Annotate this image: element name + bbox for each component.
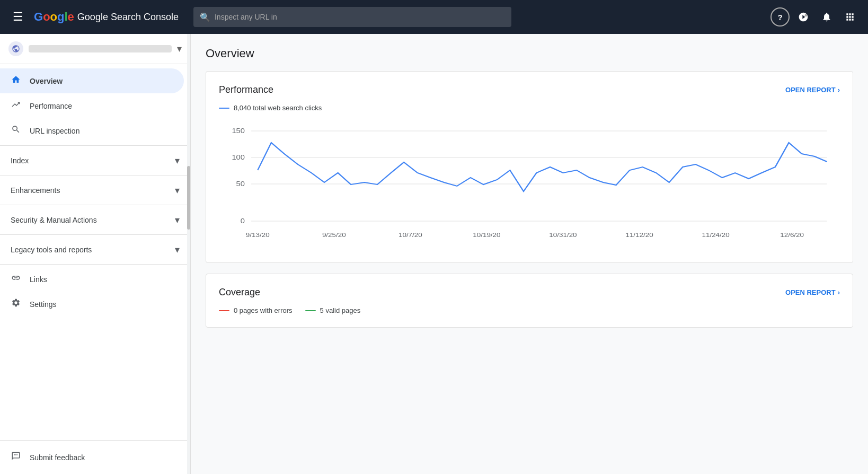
sidebar-section-label-enhancements: Enhancements	[11, 186, 171, 195]
enhancements-chevron-icon: ▾	[175, 185, 180, 196]
svg-text:0: 0	[241, 217, 245, 224]
sidebar-section-security[interactable]: Security & Manual Actions ▾	[0, 207, 190, 232]
url-inspect-icon	[11, 125, 21, 137]
site-icon	[8, 41, 23, 56]
divider-1	[0, 145, 190, 146]
home-icon	[11, 75, 21, 87]
sidebar-scrollbar[interactable]	[187, 34, 190, 474]
coverage-open-report[interactable]: OPEN REPORT ›	[785, 288, 840, 296]
sidebar-label-settings: Settings	[30, 300, 57, 309]
performance-legend-label: 8,040 total web search clicks	[234, 104, 322, 112]
sidebar-scrollbar-thumb	[187, 166, 190, 230]
performance-legend-line	[219, 108, 229, 109]
performance-card-title: Performance	[219, 84, 273, 95]
search-icon: 🔍	[200, 12, 210, 22]
coverage-legend: 0 pages with errors 5 valid pages	[219, 306, 840, 314]
divider-3	[0, 205, 190, 205]
sidebar-label-links: Links	[30, 275, 47, 284]
arrow-right-icon: ›	[838, 86, 840, 94]
sidebar-item-submit-feedback[interactable]: Submit feedback	[0, 445, 184, 470]
svg-text:11/24/20: 11/24/20	[702, 232, 729, 239]
errors-legend-line	[219, 310, 229, 311]
main-content: Overview Performance OPEN REPORT › 8,040…	[191, 34, 868, 474]
coverage-legend-errors: 0 pages with errors	[219, 306, 293, 314]
svg-text:11/12/20: 11/12/20	[625, 232, 653, 239]
menu-icon[interactable]: ☰	[8, 6, 28, 28]
sidebar: ▾ Overview Performance URL inspection	[0, 34, 191, 474]
app-layout: ▾ Overview Performance URL inspection	[0, 34, 868, 474]
sidebar-bottom: Submit feedback	[0, 440, 190, 474]
svg-rect-1	[14, 454, 15, 455]
svg-text:100: 100	[232, 154, 244, 161]
security-chevron-icon: ▾	[175, 214, 180, 226]
svg-text:50: 50	[236, 180, 245, 187]
svg-text:10/31/20: 10/31/20	[549, 232, 577, 239]
app-name: Google Search Console	[77, 12, 179, 23]
sidebar-section-label-index: Index	[11, 156, 171, 165]
performance-icon	[11, 100, 21, 112]
coverage-errors-label: 0 pages with errors	[234, 306, 293, 314]
sidebar-nav: Overview Performance URL inspection Inde…	[0, 64, 190, 440]
index-chevron-icon: ▾	[175, 155, 180, 166]
apps-grid-icon[interactable]	[840, 7, 860, 27]
sidebar-item-links[interactable]: Links	[0, 267, 184, 292]
valid-legend-line	[305, 310, 316, 311]
feedback-icon	[11, 451, 21, 463]
page-title: Overview	[206, 47, 853, 60]
svg-text:9/13/20: 9/13/20	[246, 232, 270, 239]
coverage-card-header: Coverage OPEN REPORT ›	[219, 287, 840, 298]
links-icon	[11, 273, 21, 285]
divider-5	[0, 264, 190, 265]
app-logo: Google Google Search Console	[34, 10, 179, 24]
svg-rect-2	[15, 454, 16, 455]
svg-point-0	[805, 14, 808, 16]
accounts-icon[interactable]	[794, 7, 813, 27]
performance-card-header: Performance OPEN REPORT ›	[219, 84, 840, 95]
coverage-legend-valid: 5 valid pages	[305, 306, 361, 314]
coverage-card-title: Coverage	[219, 287, 260, 298]
sidebar-item-settings[interactable]: Settings	[0, 292, 184, 317]
sidebar-label-overview: Overview	[30, 77, 63, 85]
svg-text:12/6/20: 12/6/20	[780, 232, 804, 239]
performance-chart: 150 100 50 0 9/13/20 9/25/20 10/7/20 10/…	[219, 120, 840, 250]
sidebar-item-overview[interactable]: Overview	[0, 68, 184, 93]
help-button[interactable]: ?	[770, 7, 790, 27]
settings-icon	[11, 298, 21, 310]
site-name	[29, 45, 172, 52]
sidebar-item-url-inspection[interactable]: URL inspection	[0, 118, 184, 143]
topnav-actions: ?	[770, 7, 860, 27]
svg-text:9/25/20: 9/25/20	[322, 232, 346, 239]
sidebar-label-url-inspection: URL inspection	[30, 127, 79, 135]
sidebar-section-label-security: Security & Manual Actions	[11, 216, 171, 224]
sidebar-section-index[interactable]: Index ▾	[0, 148, 190, 173]
sidebar-label-feedback: Submit feedback	[30, 453, 85, 462]
sidebar-section-legacy[interactable]: Legacy tools and reports ▾	[0, 237, 190, 262]
coverage-arrow-icon: ›	[838, 288, 840, 296]
notifications-icon[interactable]	[817, 7, 836, 27]
divider-2	[0, 175, 190, 175]
performance-card: Performance OPEN REPORT › 8,040 total we…	[206, 71, 853, 263]
legacy-chevron-icon: ▾	[175, 244, 180, 256]
site-selector-chevron: ▾	[177, 43, 182, 55]
svg-text:10/19/20: 10/19/20	[473, 232, 500, 239]
coverage-valid-label: 5 valid pages	[320, 306, 361, 314]
performance-legend: 8,040 total web search clicks	[219, 104, 840, 112]
divider-4	[0, 234, 190, 235]
search-bar: 🔍	[193, 7, 511, 27]
sidebar-section-label-legacy: Legacy tools and reports	[11, 245, 171, 254]
svg-text:10/7/20: 10/7/20	[398, 232, 422, 239]
sidebar-label-performance: Performance	[30, 102, 72, 110]
search-input[interactable]	[193, 7, 511, 27]
svg-rect-3	[17, 454, 18, 455]
site-selector[interactable]: ▾	[0, 34, 190, 64]
performance-open-report[interactable]: OPEN REPORT ›	[785, 86, 840, 94]
sidebar-section-enhancements[interactable]: Enhancements ▾	[0, 178, 190, 203]
coverage-card: Coverage OPEN REPORT › 0 pages with erro…	[206, 274, 853, 328]
top-navigation: ☰ Google Google Search Console 🔍 ?	[0, 0, 868, 34]
svg-text:150: 150	[232, 127, 244, 134]
performance-chart-svg: 150 100 50 0 9/13/20 9/25/20 10/7/20 10/…	[219, 120, 840, 248]
sidebar-item-performance[interactable]: Performance	[0, 93, 184, 118]
